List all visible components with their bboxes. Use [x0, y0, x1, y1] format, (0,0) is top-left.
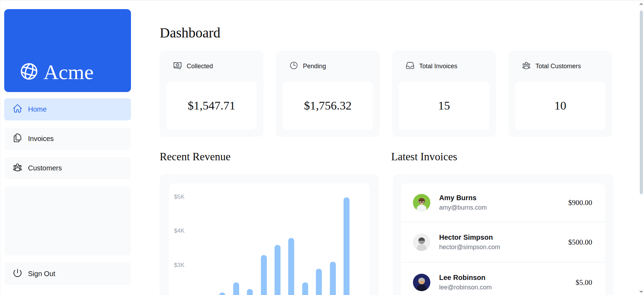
document-duplicate-icon — [13, 133, 22, 145]
y-axis-label: $4K — [169, 227, 185, 234]
stat-card-value: 15 — [399, 82, 489, 130]
revenue-chart-area: $5K$4K$3K$2K$1K$0 — [169, 183, 370, 295]
revenue-bar-oct — [316, 269, 322, 295]
invoice-row[interactable]: Lee Robinson lee@robinson.com $5.00 — [401, 262, 605, 295]
sign-out-label: Sign Out — [28, 270, 55, 278]
sidebar-item-label: Invoices — [28, 135, 54, 143]
sign-out-button[interactable]: Sign Out — [4, 262, 131, 285]
stat-card-value: 10 — [515, 82, 605, 130]
revenue-bar-sep — [302, 282, 308, 295]
latest-invoices-list: Amy Burns amy@burns.com $900.00 Hector S… — [401, 183, 605, 295]
revenue-bar-mar — [219, 293, 225, 295]
customer-name: Hector Simpson — [439, 233, 500, 241]
stat-card-total-customers: Total Customers 10 — [508, 51, 612, 136]
revenue-bar-dec — [344, 197, 349, 295]
power-icon — [13, 268, 22, 280]
stat-card-label: Collected — [187, 63, 213, 70]
customer-email: lee@robinson.com — [439, 284, 492, 291]
stat-card-total-invoices: Total Invoices 15 — [392, 51, 496, 136]
invoice-row[interactable]: Amy Burns amy@burns.com $900.00 — [401, 183, 605, 222]
stat-card-pending: Pending $1,756.32 — [276, 51, 380, 136]
invoice-amount: $900.00 — [568, 198, 592, 207]
revenue-bar-may — [247, 289, 253, 295]
globe-icon — [19, 61, 39, 83]
y-axis-label: $3K — [169, 262, 185, 269]
invoice-amount: $5.00 — [576, 278, 592, 287]
scrollbar-up-arrow[interactable] — [639, 2, 643, 6]
invoice-amount: $500.00 — [568, 238, 592, 247]
clock-icon — [289, 61, 298, 71]
y-axis-label: $5K — [169, 194, 185, 201]
revenue-heading: Recent Revenue — [160, 150, 230, 163]
latest-invoices-card: Amy Burns amy@burns.com $900.00 Hector S… — [393, 174, 613, 295]
banknotes-icon — [173, 61, 182, 71]
scrollbar-down-arrow[interactable] — [639, 289, 643, 294]
stat-card-value: $1,756.32 — [283, 82, 373, 130]
customer-name: Amy Burns — [439, 194, 487, 202]
acme-logo-link[interactable]: Acme — [4, 9, 131, 92]
sidebar-spacer — [4, 187, 131, 255]
sidebar-item-home[interactable]: Home — [4, 98, 131, 120]
revenue-bar-jul — [275, 245, 281, 295]
stat-card-collected: Collected $1,547.71 — [160, 51, 263, 136]
user-group-icon — [522, 61, 531, 71]
page-title: Dashboard — [160, 24, 220, 41]
avatar — [413, 194, 430, 211]
customer-name: Lee Robinson — [439, 274, 492, 282]
inbox-icon — [406, 61, 415, 71]
stat-card-label: Total Customers — [535, 63, 581, 70]
stat-card-label: Total Invoices — [419, 63, 457, 70]
revenue-bar-aug — [288, 238, 294, 295]
sidebar-item-label: Home — [28, 105, 47, 113]
stat-card-value: $1,547.71 — [166, 82, 257, 130]
logo-text: Acme — [43, 62, 94, 83]
revenue-bar-nov — [330, 262, 336, 295]
sidebar-item-invoices[interactable]: Invoices — [4, 128, 131, 150]
scrollbar-thumb[interactable] — [640, 10, 643, 194]
user-group-icon — [13, 162, 22, 174]
stat-card-label: Pending — [303, 63, 326, 70]
invoice-row[interactable]: Hector Simpson hector@simpson.com $500.0… — [401, 222, 605, 262]
invoices-heading: Latest Invoices — [391, 150, 457, 163]
avatar — [413, 274, 430, 291]
customer-email: amy@burns.com — [439, 204, 487, 211]
home-icon — [13, 104, 22, 115]
revenue-bar-jun — [261, 255, 267, 295]
sidebar-item-customers[interactable]: Customers — [4, 157, 131, 179]
revenue-chart-card: $5K$4K$3K$2K$1K$0 — [160, 174, 379, 295]
avatar — [413, 233, 430, 251]
sidebar-item-label: Customers — [28, 164, 62, 172]
customer-email: hector@simpson.com — [439, 244, 500, 251]
scrollbar[interactable] — [639, 0, 644, 295]
revenue-bar-apr — [233, 282, 239, 295]
